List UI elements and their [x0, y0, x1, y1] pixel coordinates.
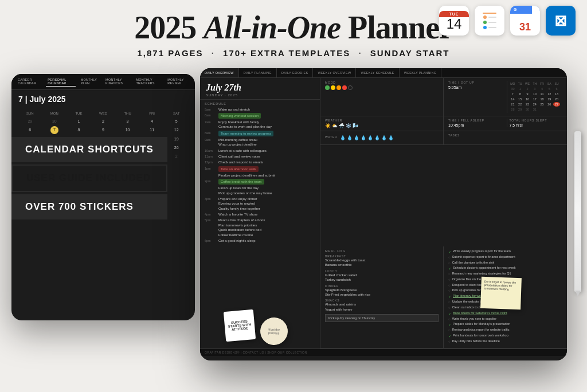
stylus-tip	[575, 291, 581, 296]
tab-monthly-finances[interactable]: MONTHLY FINANCES	[104, 77, 131, 87]
mood-label: MOOD	[325, 81, 439, 84]
google-calendar-icon[interactable]: 31 G	[510, 6, 540, 36]
outlook-icon[interactable]: ⊠	[546, 6, 576, 36]
weather-water-row: WEATHER ☀️ ⛅ 🌧️ ❄️ 🌬️ TIME I FELL ASLEEP…	[320, 116, 567, 131]
schedule-item: 4pm Watch a favorite TV show	[205, 212, 315, 217]
app-icons-row: TUE 14 31 G ⊠	[439, 6, 576, 36]
task-item: ○Pay utility bills before the deadline	[448, 339, 562, 344]
meal-log-section: MEAL LOG BREAKFAST Scrambled eggs with t…	[320, 246, 444, 348]
cal-day: 26	[165, 144, 188, 151]
schedule-item: 2pm Coffee break with the team	[205, 179, 315, 185]
task-item: ○Research new marketing strategies for Q…	[448, 272, 562, 276]
water-drop-1: 💧	[340, 135, 346, 140]
title-prefix: 2025	[134, 10, 204, 45]
task-item: ✓Prepare slides for Monday's presentatio…	[448, 322, 562, 327]
schedule-item: 9am Mid-morning coffee breakWrap up proj…	[205, 138, 315, 147]
day-header-wed: WED	[92, 112, 115, 115]
calendar-day-headers: SUN MON TUE WED THU FRI SAT	[18, 112, 188, 115]
feature-badges: CALENDAR SHORTCUTS USER GUIDE INCLUDED O…	[11, 137, 167, 219]
schedule-item: 10am Lunch at a cafe with colleagues	[205, 148, 315, 153]
tab-weekly-schedule[interactable]: WEEKLY SCHEDULE	[356, 68, 399, 77]
tab-daily-goodies[interactable]: DAILY GOODIES	[277, 68, 314, 77]
mood-dot-orange	[336, 85, 341, 90]
day-header-sat: SAT	[165, 112, 188, 115]
water-drop-empty: 💧	[374, 135, 380, 140]
dot1: ·	[212, 48, 215, 58]
schedule-item: 6am Morning workout session	[205, 113, 315, 119]
calendar-date-label: 7 | July 2025	[18, 95, 66, 104]
tab-personal-calendar[interactable]: PERSONAL CALENDAR	[46, 77, 75, 87]
cal-day: 6	[18, 126, 42, 134]
tab-monthly-review[interactable]: MONTHLY REVIEW	[166, 77, 190, 87]
cal-day: 1	[67, 117, 91, 125]
tab-career-calendar[interactable]: CAREER CALENDAR	[16, 77, 42, 87]
total-sleep-label: TOTAL HOURS SLEPT	[510, 119, 563, 122]
sleep-tracker: TIME I GOT UP 5:05am MO TU WE TH	[444, 78, 567, 116]
tab-weekly-overview[interactable]: WEEKLY OVERVIEW	[313, 68, 356, 77]
tasks-label: TASKS	[448, 134, 562, 137]
meal-item-lunch: LUNCH Grilled chicken saladTurkey sandwi…	[325, 269, 439, 283]
tasks-label-cell: TASKS	[444, 131, 567, 144]
schedule-item: Finalize project deadlines and submit	[205, 173, 315, 178]
cal-day: 9	[92, 126, 115, 134]
mood-dot-empty	[348, 85, 353, 90]
tablet-footer: GRAFITAR DESIGNS® | CONTACT US | SHOP OU…	[200, 348, 567, 356]
mood-dots	[325, 85, 439, 90]
time-fell-asleep-value: 10:45pm	[448, 123, 504, 127]
task-item: ✓Book tickets for Saturday's movie night	[448, 311, 562, 316]
water-label: WATER	[325, 135, 338, 139]
tab-daily-overview[interactable]: DAILY OVERVIEW	[200, 68, 239, 77]
dot2: ·	[358, 48, 362, 58]
schedule-item: 3pm Prepare and enjoy dinnerEvening yoga…	[205, 197, 315, 211]
water-row: WATER 💧 💧 💧 💧 💧 💧 💧 💧	[320, 131, 567, 145]
task-item: ○Submit expense report to finance depart…	[448, 255, 562, 260]
schedule-section: SCHEDULE 5am Wake up and stretch 6am Mor…	[200, 100, 320, 247]
tab-daily-planning[interactable]: DAILY PLANNING	[239, 68, 277, 77]
weather-icons: ☀️ ⛅ 🌧️ ❄️ 🌬️	[325, 123, 358, 128]
mood-dot-red	[342, 85, 347, 90]
tab-monthly-plan[interactable]: MONTHLY PLAN	[79, 77, 100, 87]
planner-date-block: July 27th SUNDAY · 2025	[200, 78, 320, 100]
cal-day: 19	[165, 135, 188, 143]
schedule-item: 5pm Read a few chapters of a bookPlan to…	[205, 218, 315, 237]
cal-day: 29	[18, 117, 42, 125]
meals-tasks-section: MEAL LOG BREAKFAST Scrambled eggs with t…	[320, 246, 567, 348]
schedule-label: SCHEDULE	[205, 102, 315, 105]
reminders-icon[interactable]	[475, 6, 504, 36]
mini-calendar-cell: MO TU WE TH FR SA SU 3	[507, 81, 563, 113]
day-header-thu: THU	[116, 112, 139, 115]
water-cell: WATER 💧 💧 💧 💧 💧 💧 💧 💧	[320, 131, 444, 144]
title-suffix: Planner	[341, 10, 453, 45]
tab-monthly-trackers[interactable]: MONTHLY TRACKERS	[134, 77, 162, 87]
cal-day: 4	[140, 117, 164, 125]
tab-weekly-planning[interactable]: WEEKLY PLANNING	[400, 68, 442, 77]
meal-item-breakfast: BREAKFAST Scrambled eggs with toastBanan…	[325, 254, 439, 268]
task-item: ○Review analytics report for website tra…	[448, 328, 562, 332]
schedule-item: 8am Team meeting to review progress	[205, 131, 315, 136]
mood-dot-green	[325, 85, 330, 90]
calendar-month-header: 7 | July 2025	[11, 90, 195, 108]
water-drop-empty-3: 💧	[388, 135, 394, 140]
badge-calendar-shortcuts: CALENDAR SHORTCUTS	[11, 137, 167, 162]
apple-cal-day-num: 14	[447, 17, 462, 31]
water-drop-4: 💧	[361, 135, 366, 140]
task-item: ✓Schedule doctor's appointment for next …	[448, 266, 562, 271]
meal-item-dinner: DINNER Spaghetti BologneseStir-Fried veg…	[325, 284, 439, 297]
badge-calendar-shortcuts-text: CALENDAR SHORTCUTS	[25, 144, 154, 155]
sleep-time-cell: TIME I FELL ASLEEP 10:45pm TOTAL HOURS S…	[444, 116, 567, 131]
sticky-note: Don't forget to review the presentation …	[480, 276, 522, 309]
title-italic: All-in-One	[204, 10, 341, 45]
water-drop-empty-2: 💧	[381, 135, 387, 140]
meal-note: Pick up dry cleaning on Thursday	[325, 314, 439, 322]
success-sticker-text: SUCCESS STARTS WITH ATTITUDE	[226, 319, 252, 332]
badge-stickers: OVER 700 STICKERS	[11, 194, 167, 219]
apple-calendar-icon[interactable]: TUE 14	[439, 6, 469, 36]
planner-date-sub: SUNDAY · 2025	[206, 93, 314, 97]
outlook-letter: ⊠	[554, 12, 567, 30]
task-item: ✓Write weekly progress report for the te…	[448, 249, 562, 254]
meal-note-text: Pick up dry cleaning on Thursday	[328, 316, 375, 320]
mood-tracker: MOOD	[320, 78, 444, 116]
trust-sticker-text: trust the process	[263, 327, 286, 335]
planner-date-title: July 27th	[206, 83, 314, 93]
right-tablet: DAILY OVERVIEW DAILY PLANNING DAILY GOOD…	[200, 68, 578, 372]
